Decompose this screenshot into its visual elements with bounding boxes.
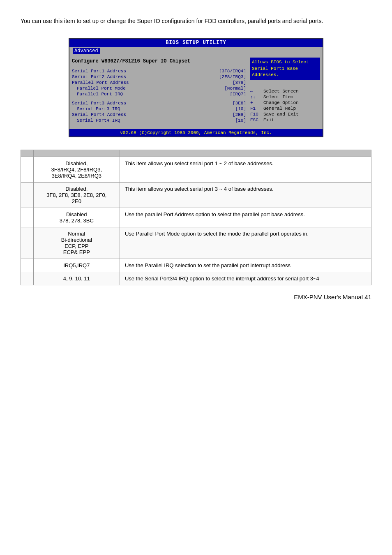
bios-right-panel: Allows BIOS to Select Serial Port1 Base … [246, 58, 320, 127]
bios-key-change-option: +- Change Option [250, 100, 320, 106]
bios-parallel-irq-name: Parallel Port IRQ [72, 92, 123, 97]
bios-parallel-mode-value: [Normal] [224, 86, 246, 91]
bios-key-general-help-label: General Help [263, 106, 296, 111]
table-row: 4, 9, 10, 11 Use the Serial Port3/4 IRQ … [21, 272, 371, 285]
bios-row-serial3-addr: Serial Port3 Address [3E8] [72, 100, 246, 106]
bios-menu-bar: Advanced [69, 47, 323, 55]
bios-row-parallel-mode: Parallel Port Mode [Normal] [72, 86, 246, 91]
table-cell-name-2 [21, 183, 34, 208]
bios-serial1-name: Serial Port1 Address [72, 69, 126, 74]
bios-key-esc: ESC Exit [250, 117, 320, 123]
bios-settings-group1: Serial Port1 Address [3F8/IRQ4] Serial P… [72, 68, 246, 97]
table-cell-desc-6: Use the Serial Port3/4 IRQ option to sel… [120, 272, 371, 285]
bios-key-esc-key: ESC [250, 118, 262, 123]
bios-screenshot: BIOS SETUP UTILITY Advanced Configure W8… [69, 38, 323, 137]
bios-key-select-item-label: Select Item [263, 95, 293, 99]
table-cell-name-3 [21, 208, 34, 227]
table-cell-name-4 [21, 227, 34, 259]
bios-parallel-addr-value: [378] [233, 80, 246, 85]
table-cell-options-6: 4, 9, 10, 11 [33, 272, 120, 285]
bios-parallel-addr-name: Parallel Port Address [72, 80, 129, 85]
bios-serial3-irq-name: Serial Port3 IRQ [72, 106, 120, 111]
table-row: Disabled,3F8/IRQ4, 2F8/IRQ3,3E8/IRQ4, 2E… [21, 157, 371, 183]
intro-paragraph: You can use this item to set up or chang… [21, 16, 371, 25]
bios-section-title: Configure W83627/F81216 Super IO Chipset [72, 58, 246, 65]
bios-serial2-name: Serial Port2 Address [72, 74, 126, 79]
bios-row-serial4-irq: Serial Port4 IRQ [10] [72, 118, 246, 123]
bios-key-select-item: ↑↓ Select Item [250, 94, 320, 100]
manual-footer: EMX-PNV User's Manual 41 [21, 294, 371, 301]
bios-help-text: Allows BIOS to Select Serial Port1 Base … [250, 58, 320, 80]
bios-row-serial2: Serial Port2 Address [2F8/IRQ3] [72, 74, 246, 80]
settings-table: Disabled,3F8/IRQ4, 2F8/IRQ3,3E8/IRQ4, 2E… [21, 150, 371, 285]
table-cell-options-5: IRQ5,IRQ7 [33, 259, 120, 272]
table-cell-desc-2: This item allows you select serial port … [120, 183, 371, 208]
table-cell-options-1: Disabled,3F8/IRQ4, 2F8/IRQ3,3E8/IRQ4, 2E… [33, 157, 120, 183]
bios-key-change-option-label: Change Option [263, 100, 299, 105]
table-row: IRQ5,IRQ7 Use the Parallel IRQ selection… [21, 259, 371, 272]
table-cell-name-6 [21, 272, 34, 285]
bios-parallel-irq-value: [IRQ7] [230, 92, 246, 97]
bios-key-arrows: ← [250, 89, 262, 94]
bios-key-plusminus: +- [250, 100, 262, 105]
bios-key-select-screen: ← Select Screen [250, 88, 320, 94]
bios-key-exit-label: Exit [263, 118, 274, 123]
table-cell-name-1 [21, 157, 34, 183]
bios-row-parallel-irq: Parallel Port IRQ [IRQ7] [72, 91, 246, 97]
bios-serial4-irq-name: Serial Port4 IRQ [72, 118, 120, 123]
bios-serial4-addr-value: [2E8] [233, 112, 246, 117]
bios-footer: v02.68 (C)Copyright 1985-2009, American … [69, 129, 323, 136]
table-cell-desc-4: Use Parallel Port Mode option to select … [120, 227, 371, 259]
bios-serial3-addr-name: Serial Port3 Address [72, 101, 126, 106]
bios-key-f1: F1 General Help [250, 106, 320, 111]
bios-key-f10-key: F10 [250, 112, 262, 117]
table-row: NormalBi-directionalECP, EPPECP& EPP Use… [21, 227, 371, 259]
bios-parallel-mode-name: Parallel Port Mode [72, 86, 126, 91]
bios-key-f1-key: F1 [250, 106, 262, 111]
bios-serial4-irq-value: [10] [235, 118, 246, 123]
bios-menu-advanced: Advanced [73, 48, 100, 54]
bios-body: Configure W83627/F81216 Super IO Chipset… [69, 55, 323, 129]
table-cell-desc-3: Use the parallel Port Address option to … [120, 208, 371, 227]
bios-serial4-addr-name: Serial Port4 Address [72, 112, 126, 117]
bios-row-serial4-addr: Serial Port4 Address [2E8] [72, 112, 246, 118]
bios-left-panel: Configure W83627/F81216 Super IO Chipset… [72, 58, 246, 127]
table-cell-name-5 [21, 259, 34, 272]
bios-title: BIOS SETUP UTILITY [69, 39, 323, 47]
bios-row-serial3-irq: Serial Port3 IRQ [10] [72, 106, 246, 112]
bios-key-updown: ↑↓ [250, 95, 262, 99]
table-cell-desc-5: Use the Parallel IRQ selection to set th… [120, 259, 371, 272]
table-header-options [33, 150, 120, 157]
table-row: Disabled378, 278, 3BC Use the parallel P… [21, 208, 371, 227]
bios-serial1-value: [3F8/IRQ4] [219, 69, 246, 74]
table-cell-options-2: Disabled,3F8, 2F8, 3E8, 2E8, 2F0,2E0 [33, 183, 120, 208]
bios-key-save-exit-label: Save and Exit [263, 112, 299, 117]
table-cell-options-3: Disabled378, 278, 3BC [33, 208, 120, 227]
table-cell-desc-1: This item allows you select serial port … [120, 157, 371, 183]
table-header-description [120, 150, 371, 157]
bios-serial3-irq-value: [10] [235, 106, 246, 111]
table-row: Disabled,3F8, 2F8, 3E8, 2E8, 2F0,2E0 Thi… [21, 183, 371, 208]
bios-keybindings: ← Select Screen ↑↓ Select Item +- Change… [250, 88, 320, 123]
bios-key-f10: F10 Save and Exit [250, 111, 320, 117]
bios-settings-group2: Serial Port3 Address [3E8] Serial Port3 … [72, 100, 246, 123]
bios-row-serial1: Serial Port1 Address [3F8/IRQ4] [72, 68, 246, 74]
table-cell-options-4: NormalBi-directionalECP, EPPECP& EPP [33, 227, 120, 259]
bios-serial2-value: [2F8/IRQ3] [219, 74, 246, 79]
bios-key-select-screen-label: Select Screen [263, 89, 299, 94]
table-header-name [21, 150, 34, 157]
bios-serial3-addr-value: [3E8] [233, 101, 246, 106]
bios-row-parallel-addr: Parallel Port Address [378] [72, 80, 246, 86]
